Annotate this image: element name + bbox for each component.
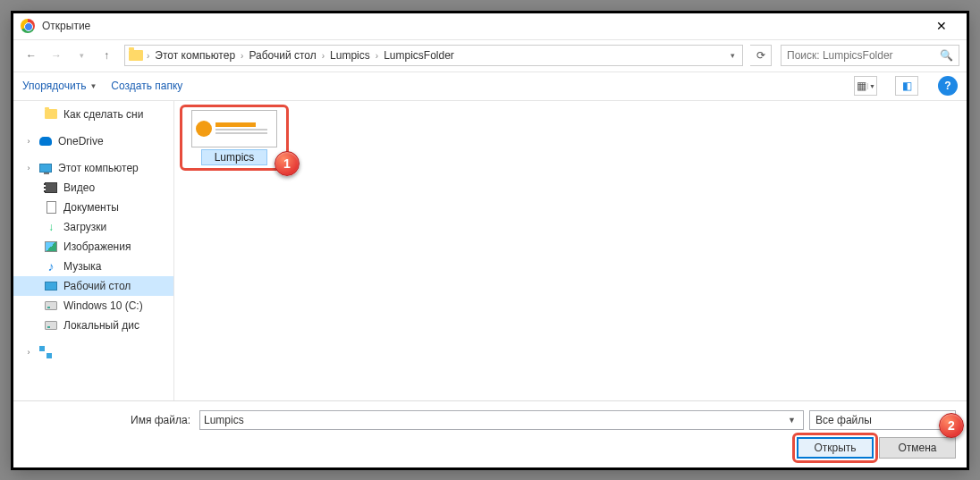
chevron-down-icon: ▼ (867, 83, 876, 89)
sidebar-item-label: Загрузки (63, 221, 106, 233)
navbar: ← → ▾ ↑ › Этот компьютер › Рабочий стол … (13, 40, 967, 72)
chevron-down-icon: ▼ (89, 82, 97, 90)
sidebar-item-label: Документы (63, 201, 119, 214)
filename-value: Lumpics (204, 414, 784, 426)
search-input[interactable] (787, 49, 934, 62)
sidebar-item-label: Музыка (63, 260, 101, 273)
filename-input[interactable]: Lumpics ▼ (199, 410, 804, 430)
folder-icon (129, 50, 143, 61)
sidebar-item-docs[interactable]: Документы (13, 198, 173, 217)
pic-icon (44, 240, 58, 254)
sidebar-item-label: OneDrive (58, 135, 104, 147)
onedrive-icon (38, 134, 53, 148)
chrome-icon (21, 19, 35, 33)
pane-icon: ◧ (902, 80, 912, 92)
sidebar-item-label: Видео (63, 181, 95, 194)
open-file-dialog: Открытие ✕ ← → ▾ ↑ › Этот компьютер › Ра… (13, 13, 967, 468)
thumbnails-icon: ▦ (857, 80, 866, 92)
filename-label: Имя файла: (24, 414, 194, 426)
breadcrumb-desktop[interactable]: Рабочий стол (247, 49, 317, 62)
sidebar-item-label: Этот компьютер (58, 162, 139, 174)
sidebar-item-cdrive[interactable]: Windows 10 (C:) (13, 296, 173, 316)
chevron-down-icon[interactable]: ▼ (784, 416, 799, 425)
sidebar-item-pictures[interactable]: Изображения (13, 237, 173, 257)
refresh-button[interactable]: ⟳ (750, 45, 772, 66)
sidebar-item-label: Windows 10 (C:) (63, 299, 143, 312)
footer: Имя файла: Lumpics ▼ Все файлы ▼ 2 Откры… (13, 401, 967, 467)
sidebar-item-network[interactable]: › (13, 342, 173, 362)
view-options-button[interactable]: ▦ ▼ (854, 76, 877, 96)
toolbar: Упорядочить ▼ Создать папку ▦ ▼ ◧ ? (13, 72, 967, 101)
forward-button[interactable]: → (46, 45, 67, 66)
help-button[interactable]: ? (938, 76, 958, 96)
disk-icon (44, 299, 58, 313)
organize-button[interactable]: Упорядочить ▼ (22, 80, 97, 92)
breadcrumb-thispc[interactable]: Этот компьютер (153, 49, 237, 62)
address-bar[interactable]: › Этот компьютер › Рабочий стол › Lumpic… (124, 45, 743, 66)
sidebar: Как сделать сни›OneDrive›Этот компьютерВ… (13, 101, 174, 400)
chevron-right-icon: › (374, 51, 380, 61)
expand-icon[interactable]: › (24, 164, 33, 173)
open-button[interactable]: Открыть (797, 437, 874, 459)
chevron-right-icon: › (239, 51, 245, 61)
folder-icon (44, 107, 58, 122)
sidebar-item-thispc[interactable]: ›Этот компьютер (13, 158, 173, 178)
dialog-body: Как сделать сни›OneDrive›Этот компьютерВ… (13, 101, 967, 400)
cancel-button[interactable]: Отмена (879, 437, 956, 459)
disk-icon (44, 318, 58, 333)
sidebar-item-onedrive[interactable]: ›OneDrive (13, 131, 173, 151)
annotation-marker-1: 1 (275, 151, 300, 176)
sidebar-item-label: Изображения (63, 240, 131, 253)
music-icon: ♪ (44, 259, 58, 274)
address-dropdown[interactable]: ▾ (727, 51, 739, 60)
desktop-icon (44, 279, 58, 293)
net-icon (38, 345, 53, 359)
breadcrumb-lumpicsfolder[interactable]: LumpicsFolder (382, 49, 456, 62)
sidebar-item-downloads[interactable]: ↓Загрузки (13, 217, 173, 237)
breadcrumb-lumpics[interactable]: Lumpics (328, 49, 372, 62)
chevron-right-icon: › (145, 51, 151, 61)
expand-icon[interactable]: › (24, 137, 33, 146)
sidebar-item-localdisk[interactable]: Локальный дис (13, 316, 173, 335)
up-button[interactable]: ↑ (96, 45, 117, 66)
down-icon: ↓ (44, 220, 58, 234)
video-icon (44, 181, 58, 195)
preview-pane-button[interactable]: ◧ (895, 76, 918, 96)
sidebar-item-label: Как сделать сни (63, 108, 143, 121)
sidebar-item-desktop[interactable]: Рабочий стол (13, 276, 173, 296)
monitor-icon (38, 161, 53, 175)
back-button[interactable]: ← (21, 45, 42, 66)
sidebar-item-music[interactable]: ♪Музыка (13, 257, 173, 276)
search-icon: 🔍 (940, 49, 953, 62)
window-title: Открытие (42, 20, 924, 32)
sidebar-item-howto[interactable]: Как сделать сни (13, 105, 173, 124)
sidebar-item-label: Рабочий стол (63, 280, 131, 292)
sidebar-item-video[interactable]: Видео (13, 178, 173, 198)
doc-icon (44, 200, 58, 215)
search-box[interactable]: 🔍 (781, 45, 959, 66)
file-label: Lumpics (201, 149, 268, 165)
sidebar-item-label: Локальный дис (63, 319, 139, 332)
chevron-right-icon: › (320, 51, 326, 61)
file-thumbnail (191, 110, 277, 147)
titlebar: Открытие ✕ (13, 13, 967, 40)
file-item-lumpics[interactable]: Lumpics 1 (185, 110, 283, 165)
expand-icon[interactable]: › (24, 348, 33, 357)
file-list[interactable]: Lumpics 1 (174, 101, 967, 400)
annotation-marker-2: 2 (939, 413, 964, 438)
recent-dropdown[interactable]: ▾ (71, 45, 92, 66)
new-folder-button[interactable]: Создать папку (111, 80, 182, 92)
close-button[interactable]: ✕ (924, 13, 959, 39)
filetype-filter[interactable]: Все файлы ▼ 2 (809, 410, 956, 430)
